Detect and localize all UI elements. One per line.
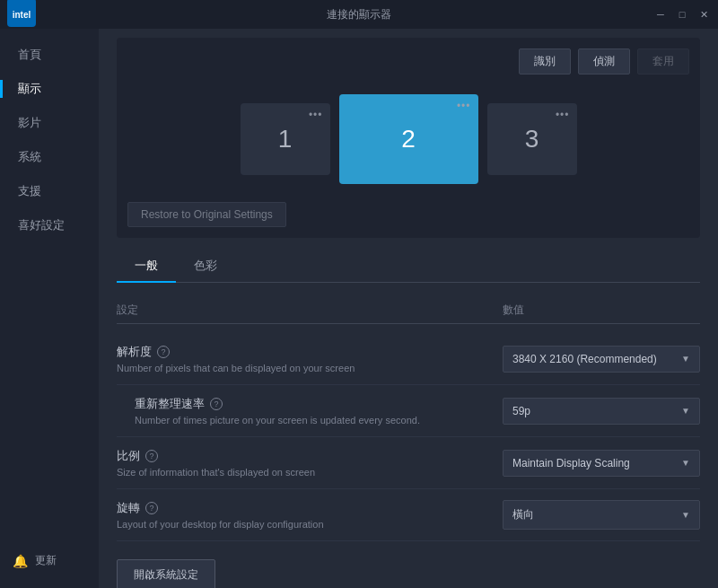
- sidebar: 首頁 顯示 影片 系統 支援 喜好設定 🔔 更新: [0, 29, 99, 588]
- sidebar-item-home[interactable]: 首頁: [0, 38, 99, 72]
- rotation-row: 旋轉 ? Layout of your desktop for display …: [117, 489, 700, 541]
- update-section[interactable]: 🔔 更新: [0, 542, 99, 579]
- scale-dropdown-arrow: ▼: [681, 458, 690, 468]
- tab-bar: 一般 色彩: [117, 250, 700, 283]
- monitor-displays: ••• 1 ••• 2 ••• 3: [127, 85, 689, 193]
- sidebar-item-support[interactable]: 支援: [0, 174, 99, 208]
- open-system-settings-button[interactable]: 開啟系統設定: [117, 559, 215, 588]
- scale-dropdown[interactable]: Maintain Display Scaling ▼: [503, 450, 700, 477]
- scale-row: 比例 ? Size of information that's displaye…: [117, 437, 700, 489]
- tab-general[interactable]: 一般: [117, 250, 176, 283]
- monitor-3-menu[interactable]: •••: [556, 109, 570, 121]
- refresh-rate-row: 重新整理速率 ? Number of times picture on your…: [117, 385, 700, 437]
- settings-header: 設定 數值: [117, 297, 700, 324]
- scale-control: Maintain Display Scaling ▼: [503, 450, 700, 477]
- sidebar-item-display[interactable]: 顯示: [0, 72, 99, 106]
- monitor-card-1[interactable]: ••• 1: [241, 103, 330, 175]
- rotation-title: 旋轉 ?: [117, 500, 503, 516]
- monitor-card-2[interactable]: ••• 2: [339, 94, 478, 184]
- resolution-info: 解析度 ? Number of pixels that can be displ…: [117, 344, 503, 373]
- header-value: 數值: [503, 303, 700, 318]
- refresh-rate-info: 重新整理速率 ? Number of times picture on your…: [117, 396, 503, 426]
- sidebar-item-video[interactable]: 影片: [0, 106, 99, 140]
- update-label: 更新: [35, 553, 57, 568]
- rotation-dropdown[interactable]: 橫向 ▼: [503, 500, 700, 530]
- refresh-rate-title: 重新整理速率 ?: [117, 396, 503, 412]
- restore-button[interactable]: Restore to Original Settings: [127, 202, 286, 227]
- scale-value: Maintain Display Scaling: [512, 457, 630, 470]
- scale-title: 比例 ?: [117, 448, 503, 464]
- monitor-actions: 識別 偵測 套用: [127, 48, 689, 75]
- rotation-value: 橫向: [512, 507, 534, 522]
- refresh-rate-value: 59p: [512, 405, 530, 417]
- window-controls: ─ □ ✕: [653, 7, 711, 22]
- scale-help-icon[interactable]: ?: [145, 450, 158, 462]
- titlebar: intel 連接的顯示器 ─ □ ✕: [0, 0, 718, 29]
- window-title: 連接的顯示器: [327, 7, 391, 22]
- scale-info: 比例 ? Size of information that's displaye…: [117, 448, 503, 478]
- sidebar-item-system[interactable]: 系統: [0, 140, 99, 174]
- refresh-rate-control: 59p ▼: [503, 398, 700, 425]
- resolution-help-icon[interactable]: ?: [157, 346, 170, 358]
- refresh-rate-dropdown[interactable]: 59p ▼: [503, 398, 700, 425]
- refresh-rate-desc: Number of times picture on your screen i…: [117, 415, 503, 426]
- resolution-dropdown-arrow: ▼: [681, 354, 690, 364]
- rotation-desc: Layout of your desktop for display confi…: [117, 519, 503, 530]
- header-label: 設定: [117, 303, 503, 318]
- identify-button[interactable]: 識別: [519, 48, 571, 75]
- main-layout: 首頁 顯示 影片 系統 支援 喜好設定 🔔 更新 識別 偵測 套用 ••• 1: [0, 29, 718, 588]
- resolution-control: 3840 X 2160 (Recommended) ▼: [503, 346, 700, 373]
- svg-text:intel: intel: [13, 10, 31, 20]
- rotation-control: 橫向 ▼: [503, 500, 700, 530]
- scale-desc: Size of information that's displayed on …: [117, 467, 503, 478]
- monitor-section: 識別 偵測 套用 ••• 1 ••• 2 ••• 3: [117, 38, 700, 238]
- resolution-row: 解析度 ? Number of pixels that can be displ…: [117, 333, 700, 385]
- tab-color[interactable]: 色彩: [176, 250, 235, 283]
- rotation-help-icon[interactable]: ?: [145, 502, 158, 514]
- monitor-1-menu[interactable]: •••: [309, 109, 323, 121]
- sidebar-item-preferences[interactable]: 喜好設定: [0, 208, 99, 242]
- refresh-rate-dropdown-arrow: ▼: [681, 406, 690, 416]
- bell-icon: 🔔: [13, 554, 28, 568]
- rotation-dropdown-arrow: ▼: [681, 510, 690, 520]
- minimize-button[interactable]: ─: [653, 7, 668, 22]
- intel-logo: intel: [7, 0, 36, 31]
- apply-button[interactable]: 套用: [637, 48, 689, 75]
- monitor-card-3[interactable]: ••• 3: [487, 103, 577, 175]
- resolution-dropdown[interactable]: 3840 X 2160 (Recommended) ▼: [503, 346, 700, 373]
- resolution-title: 解析度 ?: [117, 344, 503, 360]
- refresh-rate-help-icon[interactable]: ?: [210, 398, 223, 410]
- monitor-2-menu[interactable]: •••: [457, 100, 471, 112]
- detect-button[interactable]: 偵測: [578, 48, 630, 75]
- close-button[interactable]: ✕: [696, 7, 711, 22]
- maximize-button[interactable]: □: [675, 7, 689, 22]
- rotation-info: 旋轉 ? Layout of your desktop for display …: [117, 500, 503, 530]
- resolution-value: 3840 X 2160 (Recommended): [512, 353, 657, 365]
- content-area: 識別 偵測 套用 ••• 1 ••• 2 ••• 3: [99, 29, 718, 588]
- resolution-desc: Number of pixels that can be displayed o…: [117, 363, 503, 373]
